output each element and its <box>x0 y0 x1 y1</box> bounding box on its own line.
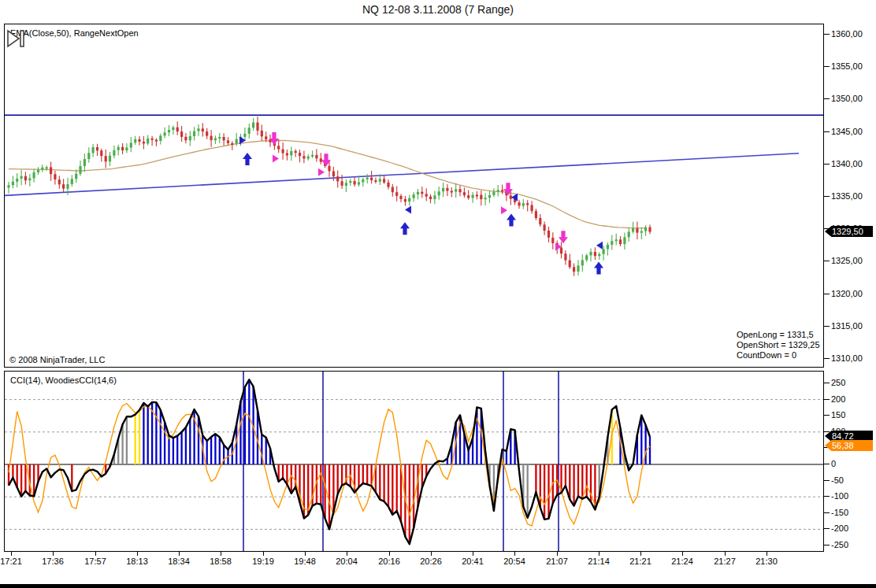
time-axis-tick <box>179 551 180 556</box>
cci-axis-label: 150 <box>831 410 845 420</box>
price-axis-label: 1350,00 <box>831 94 863 103</box>
cci-axis-label: -250 <box>831 540 848 549</box>
cci-axis-tick <box>824 512 830 513</box>
time-axis-tick <box>263 551 264 556</box>
time-axis-label: 17:57 <box>84 557 106 566</box>
price-axis-tick <box>824 34 830 35</box>
time-axis-tick <box>305 551 306 556</box>
time-axis-tick <box>137 551 138 556</box>
time-axis-tick <box>53 551 54 556</box>
price-axis[interactable]: 1329,50 1360,001355,001350,001345,001340… <box>824 24 876 371</box>
time-axis-tick <box>347 551 347 556</box>
price-axis-label: 1335,00 <box>831 191 863 201</box>
price-axis-tick <box>824 261 830 261</box>
time-axis-tick <box>95 551 96 556</box>
time-axis-tick <box>682 551 683 556</box>
time-axis-label: 21:30 <box>755 557 778 566</box>
price-axis-tick <box>824 66 830 67</box>
cci-value-tag: 84,72 <box>825 431 873 442</box>
cci-axis-label: -200 <box>831 523 848 533</box>
time-axis-label: 20:26 <box>420 557 442 566</box>
time-axis-label: 17:36 <box>42 557 64 566</box>
copyright-text: © 2008 NinjaTrader, LLC <box>9 355 105 364</box>
window-bottom-edge <box>0 584 876 588</box>
strategy-info-block: OpenLong = 1331,5 OpenShort = 1329,25 Co… <box>737 330 820 361</box>
cci-axis-tick <box>824 415 830 416</box>
cci-axis[interactable]: 250200150100500-50-100-150-200-25084,725… <box>824 371 876 553</box>
price-axis-tick <box>824 131 830 132</box>
cci-axis-label: 250 <box>831 378 845 387</box>
time-axis-tick <box>514 551 515 556</box>
time-axis-tick <box>599 551 599 556</box>
time-axis-tick <box>557 551 558 556</box>
cci-axis-tick <box>824 383 830 383</box>
price-axis-label: 1315,00 <box>831 321 863 331</box>
time-axis-label: 19:48 <box>294 557 316 566</box>
time-axis-label: 21:14 <box>588 557 610 566</box>
price-axis-tick <box>824 98 830 99</box>
cci-axis-tick <box>824 464 830 464</box>
price-axis-label: 1345,00 <box>831 127 863 136</box>
indicator-label-main: EMA(Close,50), RangeNextOpen <box>10 28 139 38</box>
last-price-tag: 1329,50 <box>825 226 873 237</box>
price-axis-tick <box>824 196 830 197</box>
price-axis-tick <box>824 326 830 327</box>
time-axis-tick <box>766 551 767 556</box>
price-axis-label: 1360,00 <box>831 29 863 39</box>
time-axis-tick <box>725 551 726 556</box>
chart-title: NQ 12-08 3.11.2008 (7 Range) <box>0 3 876 16</box>
price-axis-tick <box>824 358 830 359</box>
tcci-value-tag: 56,38 <box>825 440 873 451</box>
time-axis-tick <box>640 551 641 556</box>
price-chart-panel[interactable]: EMA(Close,50), RangeNextOpen OpenLong = … <box>4 24 824 368</box>
cci-axis-label: -50 <box>831 475 844 485</box>
time-axis-tick <box>389 551 390 556</box>
price-axis-label: 1355,00 <box>831 61 863 71</box>
price-axis-label: 1320,00 <box>831 289 863 298</box>
time-axis-label: 18:13 <box>126 557 148 566</box>
time-axis-tick <box>11 551 12 556</box>
time-axis-label: 21:27 <box>714 557 736 566</box>
cci-axis-tick <box>824 480 830 481</box>
time-axis-tick <box>431 551 432 556</box>
cci-axis-tick <box>824 528 830 529</box>
time-axis-label: 21:07 <box>546 557 568 566</box>
time-axis-label: 20:41 <box>462 557 484 566</box>
time-axis-label: 19:19 <box>252 557 274 566</box>
time-axis-label: 17:21 <box>0 557 22 566</box>
chart-window: NQ 12-08 3.11.2008 (7 Range) EMA(Close,5… <box>0 0 876 588</box>
cci-axis-label: 0 <box>831 459 836 468</box>
time-axis-tick <box>221 551 221 556</box>
time-axis-label: 20:16 <box>378 557 400 566</box>
open-long-text: OpenLong = 1331,5 <box>737 330 820 340</box>
price-axis-label: 1340,00 <box>831 159 863 168</box>
time-axis-label: 20:04 <box>336 557 358 566</box>
cci-axis-tick <box>824 399 830 400</box>
go-to-last-bar-icon[interactable] <box>5 28 27 49</box>
open-short-text: OpenShort = 1329,25 <box>737 340 820 350</box>
cci-axis-tick <box>824 545 830 545</box>
price-axis-tick <box>824 294 830 294</box>
time-axis-tick <box>473 551 473 556</box>
cci-axis-label: 200 <box>831 394 845 404</box>
price-axis-label: 1310,00 <box>831 353 863 363</box>
price-chart-canvas[interactable] <box>5 24 823 367</box>
cci-axis-label: -150 <box>831 508 848 517</box>
price-axis-label: 1325,00 <box>831 256 863 265</box>
cci-chart-canvas[interactable] <box>5 372 823 551</box>
time-axis-label: 18:58 <box>210 557 232 566</box>
indicator-label-cci: CCI(14), WoodiesCCI(14,6) <box>10 375 117 385</box>
countdown-text: CountDown = 0 <box>737 350 820 361</box>
time-axis-label: 21:21 <box>629 557 651 566</box>
cci-axis-label: -100 <box>831 491 848 501</box>
time-axis-label: 20:54 <box>503 557 525 566</box>
time-axis-label: 18:34 <box>168 557 190 566</box>
price-axis-tick <box>824 164 830 165</box>
cci-axis-tick <box>824 431 830 432</box>
cci-axis-tick <box>824 496 830 497</box>
cci-indicator-panel[interactable]: CCI(14), WoodiesCCI(14,6) <box>4 371 824 552</box>
time-axis[interactable]: 17:2117:3617:5718:1318:3418:5819:1919:48… <box>4 551 855 579</box>
time-axis-label: 21:24 <box>671 557 693 566</box>
